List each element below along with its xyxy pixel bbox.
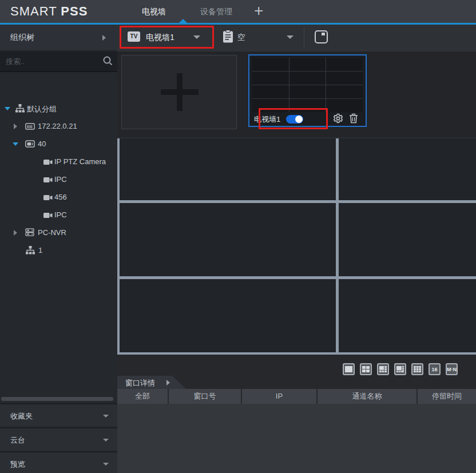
task-icon xyxy=(223,30,233,46)
layout-16-split-button[interactable]: 16 xyxy=(429,363,441,375)
layout-9-split-button[interactable] xyxy=(411,363,423,375)
camera-icon xyxy=(43,175,53,185)
tree-item-label: PC-NVR xyxy=(38,228,66,237)
panel-preview-label: 预览 xyxy=(10,459,25,470)
nvr-icon xyxy=(25,228,34,239)
window-details-label: 窗口详情 xyxy=(125,378,155,388)
device-tree: 默认分组 172.22.0.21 40 IP PTZ xyxy=(0,75,117,396)
split-layout-bar: 16 M·N xyxy=(343,363,458,375)
tree-item-label: 1 xyxy=(38,246,42,255)
collapse-icon[interactable] xyxy=(5,107,10,110)
column-channel-name: 通道名称 xyxy=(318,389,416,404)
org-tree-panel-header[interactable]: 组织树 xyxy=(0,25,117,51)
logo-pss: PSS xyxy=(61,4,88,18)
wall-selector-caret-icon[interactable] xyxy=(193,35,200,39)
camera-icon xyxy=(43,193,53,203)
chevron-down-icon xyxy=(103,463,109,466)
wall-card-tvwall1[interactable]: 电视墙1 xyxy=(248,54,367,127)
column-all[interactable]: 全部 xyxy=(117,389,168,404)
wall-enable-toggle[interactable] xyxy=(286,115,303,124)
window-details-tab[interactable]: 窗口详情 xyxy=(117,376,186,389)
tree-item-label: 172.22.0.21 xyxy=(38,122,77,130)
wall-thumbnail-strip: 电视墙1 xyxy=(117,51,476,137)
toolbar-divider xyxy=(304,27,304,48)
device-icon xyxy=(25,140,35,150)
column-window-no: 窗口号 xyxy=(169,389,241,404)
bottom-strip: 16 M·N 窗口详情 xyxy=(117,355,476,389)
panel-favorites[interactable]: 收藏夹 xyxy=(0,403,117,427)
logo-smart: SMART xyxy=(10,4,57,18)
panel-preview[interactable]: 预览 xyxy=(0,451,117,473)
tree-item-456[interactable]: 456 xyxy=(0,189,117,206)
tree-item-label: IPC xyxy=(54,210,67,219)
title-bar: SMART PSS 电视墙 设备管理 + xyxy=(0,0,476,23)
tree-item-40[interactable]: 40 xyxy=(0,136,117,153)
layout-8-split-button[interactable] xyxy=(394,363,406,375)
add-tab-button[interactable]: + xyxy=(254,2,263,20)
details-table-header: 全部 窗口号 IP 通道名称 停留时间 xyxy=(117,389,476,404)
wall-screen-cell[interactable] xyxy=(339,138,476,200)
wall-card-name: 电视墙1 xyxy=(254,114,280,125)
tree-item-label: IPC xyxy=(54,175,67,184)
group-icon xyxy=(26,246,35,257)
wall-display-grid xyxy=(117,138,476,355)
wall-screen-cell[interactable] xyxy=(120,279,336,352)
camera-icon xyxy=(43,157,53,168)
tab-device-management[interactable]: 设备管理 xyxy=(200,0,232,23)
toggle-knob xyxy=(295,116,303,123)
wall-screen-cell[interactable] xyxy=(120,203,336,276)
layout-mn-split-button[interactable]: M·N xyxy=(446,363,458,375)
tree-horizontal-scrollbar[interactable] xyxy=(1,397,113,401)
layout-1-split-button[interactable] xyxy=(343,363,355,375)
scheme-selector-caret-icon[interactable] xyxy=(287,35,293,39)
sidebar: 组织树 默认分组 172.22.0.21 xyxy=(0,25,117,473)
plus-icon xyxy=(161,89,199,95)
wall-layout-preview xyxy=(252,58,363,112)
tv-icon: TV xyxy=(128,31,140,42)
expand-icon[interactable] xyxy=(14,230,17,236)
panel-ptz[interactable]: 云台 xyxy=(0,427,117,451)
collapse-icon[interactable] xyxy=(13,142,18,146)
panel-ptz-label: 云台 xyxy=(10,435,25,446)
group-icon xyxy=(15,104,25,115)
trash-icon[interactable] xyxy=(349,113,358,126)
save-button[interactable] xyxy=(314,30,328,46)
wall-screen-cell[interactable] xyxy=(339,203,476,276)
gear-icon[interactable] xyxy=(333,113,343,126)
wall-toolbar: TV 电视墙1 空 xyxy=(117,25,476,51)
search-icon[interactable] xyxy=(103,56,113,68)
wall-screen-cell[interactable] xyxy=(120,138,336,200)
tree-item-label: 默认分组 xyxy=(27,104,57,114)
chevron-right-icon xyxy=(166,380,170,385)
tree-item-ipc-1[interactable]: IPC xyxy=(0,171,117,189)
column-dwell-time: 停留时间 xyxy=(418,389,476,404)
expand-icon[interactable] xyxy=(14,124,17,129)
tab-tv-wall[interactable]: 电视墙 xyxy=(142,0,166,23)
tree-item-172-22-0-21[interactable]: 172.22.0.21 xyxy=(0,118,117,136)
layout-4-split-button[interactable] xyxy=(360,363,372,375)
chevron-down-icon xyxy=(103,439,109,442)
chevron-down-icon xyxy=(103,415,109,418)
search-bar xyxy=(0,51,117,72)
tree-item-label: IP PTZ Camera xyxy=(54,157,106,166)
scheme-selector-value[interactable]: 空 xyxy=(237,33,245,43)
wall-selector-value[interactable]: 电视墙1 xyxy=(146,33,174,43)
layout-6-split-button[interactable] xyxy=(377,363,389,375)
layout-mn-label: M·N xyxy=(447,367,457,372)
smartpss-window: SMART PSS 电视墙 设备管理 + 组织树 默认分组 xyxy=(0,0,476,473)
wall-screen-cell[interactable] xyxy=(339,279,476,352)
tree-item-ip-ptz-camera[interactable]: IP PTZ Camera xyxy=(0,153,117,171)
tree-item-default-group[interactable]: 默认分组 xyxy=(0,100,117,118)
column-ip: IP xyxy=(242,389,316,404)
org-tree-title: 组织树 xyxy=(10,33,34,43)
tree-item-1[interactable]: 1 xyxy=(0,242,117,260)
tree-item-pc-nvr[interactable]: PC-NVR xyxy=(0,224,117,242)
chevron-right-icon xyxy=(102,35,106,41)
tree-item-label: 456 xyxy=(54,193,67,201)
add-wall-card[interactable] xyxy=(121,55,237,129)
app-logo: SMART PSS xyxy=(10,4,88,19)
active-tab-notch xyxy=(179,19,187,23)
tree-item-ipc-2[interactable]: IPC xyxy=(0,206,117,224)
search-input[interactable] xyxy=(0,51,97,71)
camera-icon xyxy=(43,210,53,221)
